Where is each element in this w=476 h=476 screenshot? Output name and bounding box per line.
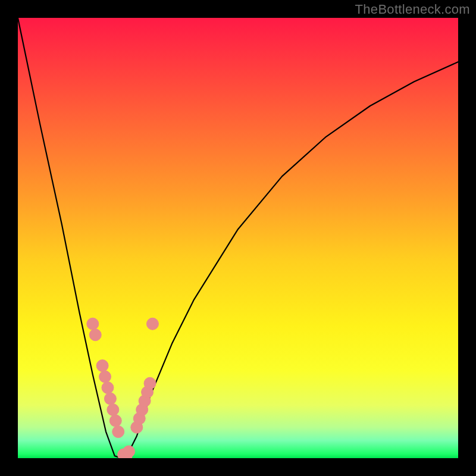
plot-area — [18, 18, 458, 458]
svg-point-6 — [107, 404, 119, 416]
svg-point-11 — [123, 446, 134, 458]
svg-point-18 — [146, 318, 158, 330]
svg-point-3 — [99, 371, 111, 383]
svg-point-7 — [109, 415, 121, 427]
curve-line — [18, 18, 458, 458]
svg-point-2 — [96, 360, 108, 372]
watermark-text: TheBottleneck.com — [355, 2, 470, 17]
svg-point-1 — [89, 329, 101, 341]
svg-point-8 — [112, 426, 124, 438]
chart-frame: TheBottleneck.com — [0, 0, 476, 476]
marker-points — [87, 318, 159, 458]
svg-point-5 — [104, 393, 116, 405]
svg-point-17 — [144, 377, 156, 389]
chart-svg — [18, 18, 458, 458]
svg-point-4 — [102, 382, 114, 394]
svg-point-0 — [87, 318, 99, 330]
